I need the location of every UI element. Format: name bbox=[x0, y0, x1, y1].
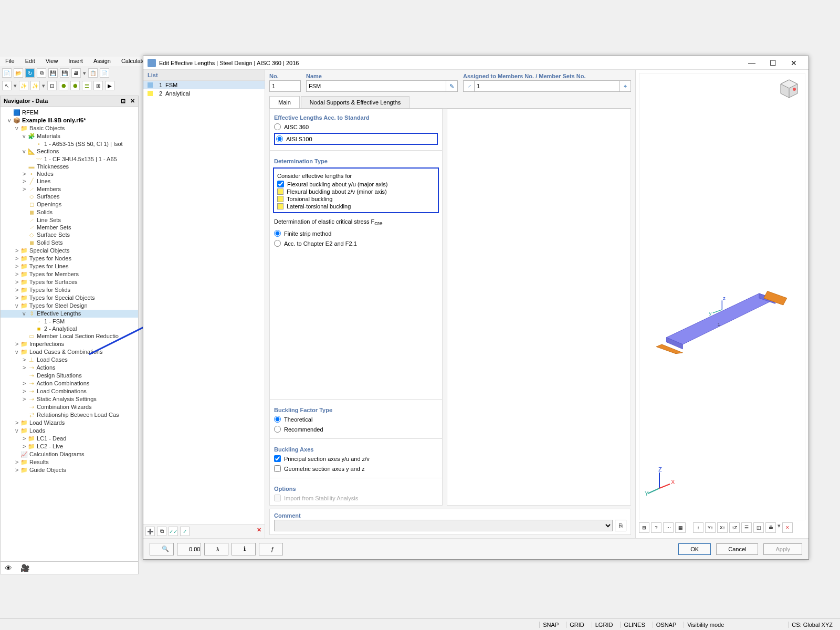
tree-item[interactable]: >📁 Types for Members bbox=[1, 270, 138, 278]
tree-item[interactable]: >📁 Types for Surfaces bbox=[1, 278, 138, 286]
menubar[interactable]: File Edit View Insert Assign Calculate bbox=[0, 57, 151, 66]
tree-item[interactable]: >⇢ Load Combinations bbox=[1, 387, 138, 395]
tree-item[interactable]: >📁 Guide Objects bbox=[1, 466, 138, 474]
tb-wand2-icon[interactable]: ✨ bbox=[30, 81, 40, 90]
assigned-input[interactable] bbox=[475, 80, 620, 92]
pv-view-yz[interactable]: Y↕ bbox=[705, 522, 716, 533]
tab-main[interactable]: Main bbox=[269, 96, 300, 108]
fx-button[interactable]: λ bbox=[204, 543, 228, 555]
name-input[interactable] bbox=[306, 80, 446, 92]
close-button[interactable]: ✕ bbox=[783, 56, 804, 70]
comment-select[interactable] bbox=[274, 520, 613, 531]
list-row-1[interactable]: 1 FSM bbox=[143, 81, 265, 89]
tree-item[interactable]: >📁 LC1 - Dead bbox=[1, 435, 138, 443]
comment-button[interactable]: ⎘ bbox=[615, 520, 626, 531]
pv-btn3[interactable]: ⋯ bbox=[663, 522, 674, 533]
cancel-button[interactable]: Cancel bbox=[716, 543, 758, 555]
chk-principal-axes[interactable] bbox=[274, 455, 281, 462]
radio-aisis100[interactable] bbox=[276, 135, 283, 142]
menu-insert[interactable]: Insert bbox=[63, 57, 88, 66]
tree-root[interactable]: RFEM bbox=[22, 109, 38, 116]
radio-recommended[interactable] bbox=[274, 426, 281, 433]
radio-finite-strip[interactable] bbox=[274, 230, 281, 237]
radio-aisc360[interactable] bbox=[274, 123, 281, 130]
preview-3d-viewport[interactable]: 1 z y Z Y X bbox=[639, 73, 805, 520]
tree-item[interactable]: ⟋ Line Sets bbox=[1, 216, 138, 224]
tree-item[interactable]: >📁 Imperfections bbox=[1, 340, 138, 348]
tree-item[interactable]: ⟋ Member Sets bbox=[1, 224, 138, 231]
tb-new-icon[interactable]: 📄 bbox=[2, 68, 12, 78]
pv-close[interactable]: ✕ bbox=[782, 522, 793, 533]
tb-save-icon[interactable]: 💾 bbox=[48, 68, 58, 78]
menu-assign[interactable]: Assign bbox=[88, 57, 116, 66]
menu-file[interactable]: File bbox=[0, 57, 20, 66]
tb-grid-icon[interactable]: ⊞ bbox=[93, 81, 103, 90]
name-edit-icon[interactable]: ✎ bbox=[446, 80, 458, 92]
tree-item[interactable]: v📁 Types for Steel Design bbox=[1, 302, 138, 310]
dialog-titlebar[interactable]: Edit Effective Lengths | Steel Design | … bbox=[143, 56, 808, 70]
tree-item[interactable]: ◇ Surfaces bbox=[1, 193, 138, 201]
script-button[interactable]: ƒ bbox=[259, 543, 283, 555]
tree-item[interactable]: >📁 Types for Lines bbox=[1, 262, 138, 270]
tree-item[interactable]: 〰 1 - CF 3HU4.5x135 | 1 - A65 bbox=[1, 155, 138, 163]
units-button[interactable]: 0.00 bbox=[177, 543, 201, 555]
tree-item[interactable]: >📁 Special Objects bbox=[1, 247, 138, 255]
list-check1-icon[interactable]: ✓✓ bbox=[169, 527, 178, 536]
list-delete-icon[interactable]: ✕ bbox=[257, 527, 261, 533]
tree-item[interactable]: >⇢ Action Combinations bbox=[1, 380, 138, 387]
pv-btn4[interactable]: ▦ bbox=[675, 522, 686, 533]
radio-theoretical[interactable] bbox=[274, 416, 281, 423]
tree-item[interactable]: 📈 Calculation Diagrams bbox=[1, 450, 138, 458]
list-check2-icon[interactable]: ✓ bbox=[180, 527, 190, 536]
tree-item[interactable]: >╱ Lines bbox=[1, 177, 138, 185]
tree-item[interactable]: ■ 2 - Analytical bbox=[1, 325, 138, 332]
nav-camera-icon[interactable]: 🎥 bbox=[20, 564, 29, 572]
tb-filter-icon[interactable]: ⊡ bbox=[47, 81, 57, 90]
tree-item[interactable]: ◇ Surface Sets bbox=[1, 231, 138, 239]
tree-item[interactable]: v🧩 Materials bbox=[1, 132, 138, 140]
no-input[interactable] bbox=[269, 80, 301, 92]
list-body[interactable]: 1 FSM 2 Analytical bbox=[143, 81, 265, 524]
tb-doc-icon[interactable]: 📄 bbox=[100, 68, 109, 78]
tree-item[interactable]: v📁 Load Cases & Combinations bbox=[1, 348, 138, 356]
tree-item[interactable]: v📁 Basic Objects bbox=[1, 124, 138, 132]
tree-item[interactable]: ▪ 1 - A653-15 (SS 50, Cl 1) | Isot bbox=[1, 140, 138, 148]
tree-item[interactable]: ◼ Solids bbox=[1, 208, 138, 216]
tb-open-icon[interactable]: 📂 bbox=[14, 68, 23, 78]
tree-item[interactable]: >📁 Results bbox=[1, 458, 138, 466]
tree-item[interactable]: >📁 Types for Special Objects bbox=[1, 294, 138, 302]
navigator-close-icon[interactable]: ✕ bbox=[130, 98, 135, 104]
tree-item[interactable]: >📁 Types for Nodes bbox=[1, 255, 138, 262]
minimize-button[interactable]: — bbox=[741, 56, 762, 70]
tree-item[interactable]: ▬ Thicknesses bbox=[1, 163, 138, 170]
tb-layer-icon[interactable]: ☰ bbox=[82, 81, 91, 90]
tree-item[interactable]: >⊥ Load Cases bbox=[1, 356, 138, 364]
radio-chapter-e2[interactable] bbox=[274, 240, 281, 247]
pv-btn1[interactable]: ⊞ bbox=[639, 522, 649, 533]
tb-wand-icon[interactable]: ✨ bbox=[19, 81, 28, 90]
tree-item[interactable]: >⇢ Static Analysis Settings bbox=[1, 395, 138, 403]
tree-item[interactable]: >📁 Types for Solids bbox=[1, 286, 138, 294]
list-new-icon[interactable]: ➕ bbox=[145, 527, 155, 536]
menu-edit[interactable]: Edit bbox=[20, 57, 40, 66]
chk-geometric-axes[interactable] bbox=[274, 465, 281, 472]
tree-item[interactable]: ▫ 1 - FSM bbox=[1, 318, 138, 325]
tb-refresh-icon[interactable]: ↻ bbox=[25, 68, 35, 78]
tree-item[interactable]: ▭ Member Local Section Reductio bbox=[1, 332, 138, 340]
pv-view-xy[interactable]: ↕ bbox=[693, 522, 704, 533]
chk-torsional[interactable] bbox=[277, 196, 284, 202]
list-copy-icon[interactable]: ⧉ bbox=[157, 527, 166, 536]
pv-print[interactable]: 🖶 bbox=[765, 522, 776, 533]
status-vis[interactable]: Visibility mode bbox=[684, 622, 727, 628]
pv-grid[interactable]: ☰ bbox=[741, 522, 752, 533]
status-osnap[interactable]: OSNAP bbox=[653, 622, 680, 628]
pv-shade[interactable]: ◫ bbox=[753, 522, 764, 533]
tree-item[interactable]: >📁 Load Wizards bbox=[1, 419, 138, 427]
list-row-2[interactable]: 2 Analytical bbox=[143, 89, 265, 98]
status-snap[interactable]: SNAP bbox=[539, 622, 562, 628]
tb-cursor-icon[interactable]: ↖ bbox=[2, 81, 12, 90]
tb-obj1-icon[interactable]: ⬣ bbox=[59, 81, 68, 90]
maximize-button[interactable]: ☐ bbox=[762, 56, 783, 70]
nav-eye-icon[interactable]: 👁 bbox=[5, 564, 12, 572]
tb-run-icon[interactable]: ▶ bbox=[105, 81, 114, 90]
